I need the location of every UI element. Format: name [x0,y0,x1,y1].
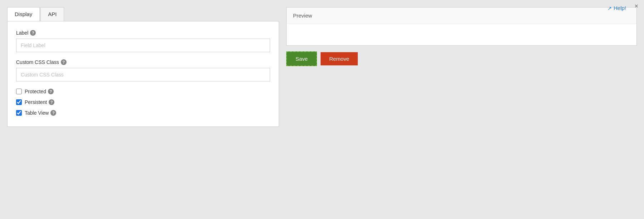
close-button[interactable]: × [634,3,638,9]
table-view-label[interactable]: Table View ? [25,110,56,116]
help-link[interactable]: ↗ Help! [608,5,626,11]
left-panel: Display API Label ? Custom CSS Class ? [7,7,279,212]
external-link-icon: ↗ [608,5,612,11]
checkboxes-group: Protected ? Persistent ? Table [16,89,270,116]
protected-checkbox[interactable] [16,89,22,94]
preview-header: Preview [287,8,636,24]
tab-api[interactable]: API [40,7,64,21]
preview-box: Preview [286,7,637,46]
persistent-checkbox[interactable] [16,99,22,105]
label-text: Label [16,30,28,36]
tabs-bar: Display API [7,7,279,21]
save-button[interactable]: Save [286,51,317,66]
tab-display[interactable]: Display [7,7,40,21]
main-container: Display API Label ? Custom CSS Class ? [0,0,644,219]
protected-label[interactable]: Protected ? [25,89,54,94]
preview-title: Preview [293,13,312,19]
css-class-form-group: Custom CSS Class ? [16,59,270,81]
table-view-checkbox[interactable] [16,110,22,116]
label-input[interactable] [16,39,270,52]
label-field-label: Label ? [16,30,270,36]
form-panel: Label ? Custom CSS Class ? P [7,21,279,127]
persistent-row: Persistent ? [16,99,270,105]
action-buttons: Save Remove [286,51,637,66]
table-view-row: Table View ? [16,110,270,116]
remove-button[interactable]: Remove [321,52,358,65]
css-class-help-icon[interactable]: ? [61,59,67,65]
css-class-input[interactable] [16,68,270,81]
protected-help-icon[interactable]: ? [48,89,54,94]
help-link-label: Help! [614,5,626,11]
css-class-label: Custom CSS Class ? [16,59,270,65]
css-class-text: Custom CSS Class [16,59,59,65]
preview-content [287,24,636,45]
label-form-group: Label ? [16,30,270,52]
protected-row: Protected ? [16,89,270,94]
persistent-help-icon[interactable]: ? [49,99,54,105]
right-panel: Preview Save Remove [286,7,637,212]
persistent-label[interactable]: Persistent ? [25,99,54,105]
label-help-icon[interactable]: ? [30,30,36,36]
table-view-help-icon[interactable]: ? [50,110,56,116]
